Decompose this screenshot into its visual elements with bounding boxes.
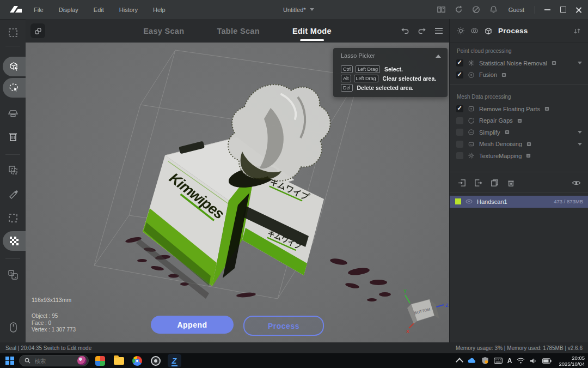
checkbox-checked[interactable] [456, 59, 463, 67]
security-icon[interactable] [481, 357, 489, 365]
plane-icon [7, 107, 19, 119]
checkbox-unchecked[interactable] [456, 152, 463, 159]
maximize-button[interactable] [559, 6, 567, 14]
chevron-down-icon[interactable] [578, 143, 582, 146]
process-row-noise-removal[interactable]: Statistical Noise Removal [450, 57, 588, 69]
note-icon[interactable] [505, 130, 510, 135]
onedrive-icon[interactable] [467, 358, 476, 364]
title-bar: File Display Edit History Help Untitled* [0, 0, 588, 19]
close-button[interactable] [575, 6, 583, 14]
visibility-icon[interactable] [572, 179, 581, 186]
note-icon[interactable] [517, 118, 522, 123]
pen-tool[interactable] [0, 186, 26, 201]
process-row-texture-mapping[interactable]: TextureMapping [450, 150, 588, 162]
process-row-mesh-denoising[interactable]: Mesh Denoising [450, 138, 588, 150]
menu-help[interactable]: Help [153, 7, 166, 13]
cube-select-tool[interactable] [3, 57, 26, 76]
texture-mapping-icon [468, 152, 475, 159]
delete-tool[interactable] [0, 130, 26, 144]
dice-tool[interactable] [0, 268, 26, 282]
process-row-label: Repair Gaps [479, 117, 513, 124]
process-row-repair-gaps[interactable]: Repair Gaps [450, 115, 588, 127]
duplicate-icon[interactable] [490, 178, 499, 188]
brightness-icon[interactable] [457, 27, 465, 35]
object-color-swatch[interactable] [455, 198, 461, 204]
user-account[interactable]: Guest [509, 7, 524, 13]
menu-icon[interactable] [435, 28, 443, 34]
taskbar-search[interactable] [19, 355, 89, 366]
menu-bar: File Display Edit History Help [34, 7, 166, 13]
menu-history[interactable]: History [119, 7, 138, 13]
lasso-select-tool[interactable] [3, 78, 26, 98]
export-icon[interactable] [474, 178, 483, 188]
manual-icon[interactable] [437, 5, 446, 14]
menu-file[interactable]: File [34, 7, 44, 13]
link-button[interactable] [30, 23, 45, 38]
chevron-down-icon[interactable] [578, 131, 582, 134]
start-button[interactable] [5, 357, 14, 365]
nav-gizmo[interactable]: BOTTOM Y Z X [403, 288, 449, 334]
delete-icon[interactable] [506, 178, 516, 188]
menu-edit[interactable]: Edit [94, 7, 104, 13]
cube-icon[interactable] [484, 27, 493, 35]
ime-indicator[interactable]: A [507, 357, 512, 365]
note-icon[interactable] [501, 73, 506, 77]
checkbox-checked[interactable] [456, 105, 463, 112]
keyboard-icon[interactable] [494, 358, 503, 364]
process-button[interactable]: Process [243, 316, 324, 336]
checkbox-unchecked[interactable] [456, 117, 463, 124]
chevron-down-icon[interactable] [578, 62, 582, 64]
search-input[interactable] [34, 357, 74, 365]
feedback-icon[interactable] [471, 5, 481, 14]
tab-edit-mode[interactable]: Edit Mode [291, 27, 333, 35]
taskbar-app-chrome[interactable] [131, 354, 144, 367]
battery-icon[interactable] [542, 358, 552, 364]
redo-icon[interactable] [418, 26, 427, 35]
taskbar-app-camera[interactable] [149, 354, 163, 367]
bell-icon[interactable] [489, 5, 498, 14]
compare-icon[interactable] [470, 27, 479, 35]
section-title: Point cloud processing [450, 43, 588, 57]
undo-icon[interactable] [400, 26, 409, 35]
chevron-down-icon [310, 8, 314, 11]
taskbar-clock[interactable]: 20:05 2025/10/04 [559, 355, 585, 367]
tab-easy-scan[interactable]: Easy Scan [142, 27, 185, 35]
taskbar-app-scanner-active[interactable]: Z [168, 354, 181, 367]
checkbox-unchecked[interactable] [456, 129, 463, 136]
tray-expand-icon[interactable] [456, 358, 463, 365]
region-select-tool[interactable] [0, 211, 26, 225]
mouse-settings-tool[interactable] [0, 321, 26, 335]
plane-tool[interactable] [0, 106, 26, 120]
search-highlight-image[interactable] [77, 356, 87, 365]
process-row-fusion[interactable]: Fusion [450, 69, 588, 81]
append-button[interactable]: Append [151, 316, 234, 334]
menu-display[interactable]: Display [59, 7, 78, 13]
checkbox-unchecked[interactable] [456, 141, 463, 148]
wifi-icon[interactable] [517, 358, 525, 364]
note-icon[interactable] [552, 61, 556, 65]
minimize-button[interactable] [543, 6, 551, 14]
object-row-handscan1[interactable]: Handscan1 473 / 873MB [450, 196, 588, 208]
document-title[interactable]: Untitled* [283, 0, 314, 19]
sync-icon[interactable] [454, 5, 463, 14]
note-icon[interactable] [526, 153, 531, 158]
process-row-remove-floating[interactable]: Remove Floating Parts [450, 103, 588, 115]
process-row-simplify[interactable]: Simplify [450, 126, 588, 138]
mesh-denoising-icon [468, 141, 475, 148]
model-stats: Object : 95 Face : 0 Vertex : 1 307 773 [32, 313, 76, 334]
checkerboard-tool[interactable] [3, 231, 26, 251]
checkbox-checked[interactable] [456, 71, 463, 79]
status-message: Seal | 20:04:35 Switch to Edit mode [5, 345, 91, 351]
note-icon[interactable] [526, 142, 531, 147]
tab-table-scan[interactable]: Table Scan [216, 27, 260, 35]
import-icon[interactable] [457, 178, 467, 188]
duplicate-tool[interactable] [0, 163, 26, 177]
taskbar-app-explorer[interactable] [112, 354, 126, 367]
viewport-3d[interactable]: Kimwipes キムワイプ キムワイプ [26, 43, 449, 342]
speaker-icon[interactable] [530, 358, 537, 364]
sort-icon[interactable] [573, 27, 581, 35]
collapse-icon[interactable] [436, 55, 441, 58]
note-icon[interactable] [544, 106, 549, 111]
taskbar-app-office[interactable] [94, 354, 107, 367]
rect-select-tool[interactable] [0, 26, 26, 40]
